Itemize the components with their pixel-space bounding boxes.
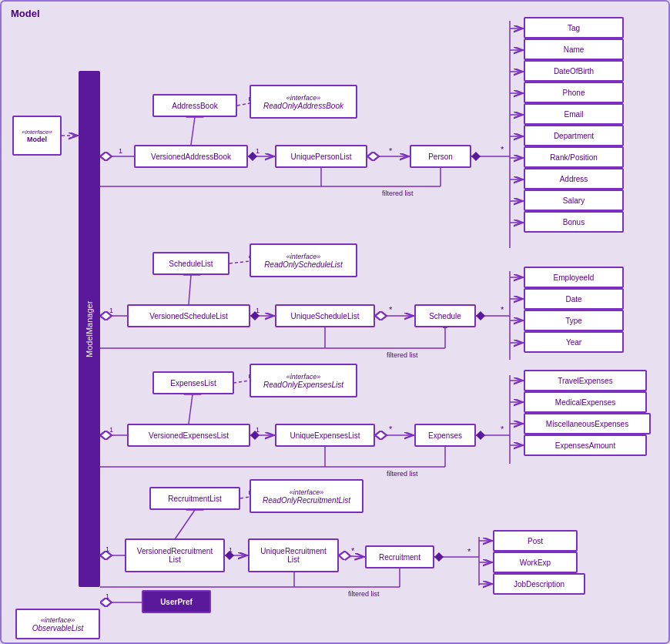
schedule-box: Schedule xyxy=(414,304,476,327)
svg-line-69 xyxy=(240,497,250,498)
svg-text:1: 1 xyxy=(256,147,260,155)
svg-line-74 xyxy=(339,555,365,557)
svg-line-3 xyxy=(237,103,250,106)
model-manager-bar: ModelManager xyxy=(79,71,100,587)
address-book-box: AddressBook xyxy=(152,94,237,117)
svg-text:1: 1 xyxy=(256,426,260,434)
attr-date: Date xyxy=(524,288,624,310)
readonly-expenses-list-box: «interface» ReadOnlyExpensesList xyxy=(250,364,357,397)
versioned-schedule-list-box: VersionedScheduleList xyxy=(127,304,250,327)
attr-workexp: WorkExp xyxy=(493,552,578,573)
svg-text:*: * xyxy=(389,424,393,434)
attr-email: Email xyxy=(524,103,624,125)
diagram-title: Model xyxy=(11,8,40,19)
svg-text:filtered list: filtered list xyxy=(382,190,414,197)
person-box: Person xyxy=(410,145,471,168)
svg-line-4 xyxy=(191,117,195,145)
diagram-container: Model ModelManager «interface» Model xyxy=(0,0,670,644)
unique-schedule-list-box: UniqueScheduleList xyxy=(275,304,375,327)
versioned-address-book-box: VersionedAddressBook xyxy=(134,145,248,168)
svg-text:*: * xyxy=(501,305,504,314)
svg-text:filtered list: filtered list xyxy=(348,590,380,598)
attr-rank: Rank/Position xyxy=(524,146,624,168)
expenses-box: Expenses xyxy=(414,424,476,447)
svg-text:1: 1 xyxy=(106,592,109,600)
svg-text:*: * xyxy=(501,145,504,154)
recruitment-list-box: RecruitmentList xyxy=(149,487,240,510)
svg-text:1: 1 xyxy=(256,307,260,314)
readonly-recruitment-list-box: «interface» ReadOnlyRecruitmentList xyxy=(250,479,363,513)
attr-jobdescription: JobDescription xyxy=(493,573,585,595)
attr-bonus: Bonus xyxy=(524,211,624,233)
attr-post: Post xyxy=(493,530,578,552)
recruitment-box: Recruitment xyxy=(365,545,434,569)
svg-text:filtered list: filtered list xyxy=(387,470,418,478)
svg-text:1: 1 xyxy=(229,546,233,554)
unique-person-list-box: UniquePersonList xyxy=(275,145,367,168)
attr-travelexpenses: TravelExpenses xyxy=(524,370,647,391)
svg-text:1: 1 xyxy=(119,147,122,155)
attr-employeeid: EmployeeId xyxy=(524,267,624,288)
user-pref-box: UserPref xyxy=(142,590,211,613)
observable-list-box: «interface» ObservableList xyxy=(15,609,100,639)
svg-line-70 xyxy=(175,510,195,539)
attr-dateofbirth: DateOfBirth xyxy=(524,60,624,82)
readonly-schedule-list-box: «interface» ReadOnlyScheduleList xyxy=(250,243,357,277)
attr-phone: Phone xyxy=(524,82,624,103)
attr-tag: Tag xyxy=(524,17,624,39)
svg-text:*: * xyxy=(389,305,393,314)
versioned-expenses-list-box: VersionedExpensesList xyxy=(127,424,250,447)
svg-text:*: * xyxy=(389,146,393,156)
svg-line-30 xyxy=(189,275,191,304)
svg-text:*: * xyxy=(351,546,355,555)
attr-name: Name xyxy=(524,39,624,60)
svg-line-50 xyxy=(189,394,193,424)
attr-salary: Salary xyxy=(524,190,624,211)
attr-expensesamount: ExpensesAmount xyxy=(524,434,647,456)
unique-expenses-list-box: UniqueExpensesList xyxy=(275,424,375,447)
svg-text:filtered list: filtered list xyxy=(387,351,418,359)
attr-department: Department xyxy=(524,125,624,146)
svg-line-29 xyxy=(229,261,250,263)
readonly-address-book-box: «interface» ReadOnlyAddressBook xyxy=(250,85,357,119)
attr-miscexpenses: MiscellaneousExpenses xyxy=(524,413,651,434)
svg-text:1: 1 xyxy=(109,307,113,314)
expenses-list-box: ExpensesList xyxy=(152,371,234,394)
attr-type: Type xyxy=(524,310,624,331)
attr-address: Address xyxy=(524,168,624,190)
attr-year: Year xyxy=(524,331,624,353)
svg-text:1: 1 xyxy=(109,426,113,434)
attr-medicalexpenses: MedicalExpenses xyxy=(524,391,647,413)
svg-line-49 xyxy=(233,381,250,383)
svg-text:1: 1 xyxy=(106,545,109,553)
schedule-list-box: ScheduleList xyxy=(152,252,229,275)
svg-text:*: * xyxy=(501,424,504,434)
unique-recruitment-list-box: UniqueRecruitment List xyxy=(248,538,339,572)
versioned-recruitment-list-box: VersionedRecruitment List xyxy=(125,538,225,572)
interface-model-box: «interface» Model xyxy=(12,116,62,156)
svg-text:*: * xyxy=(467,547,471,556)
